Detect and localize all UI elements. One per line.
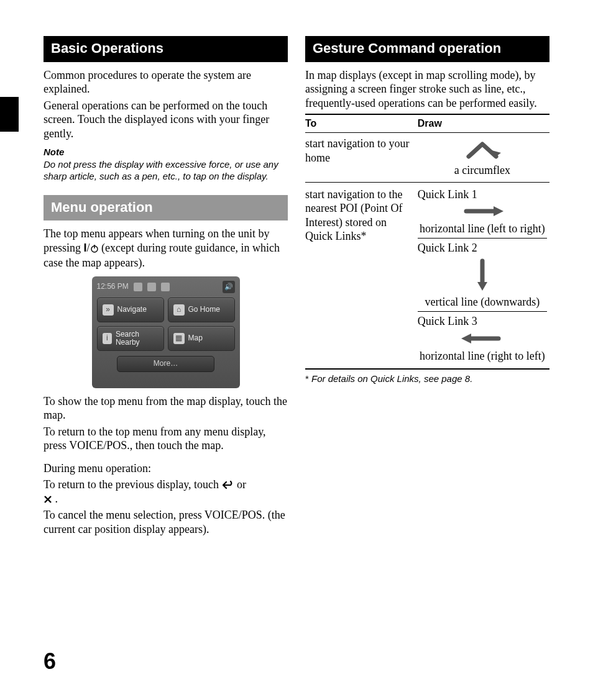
home-icon: ⌂ bbox=[173, 304, 185, 316]
btn-label: Map bbox=[188, 334, 203, 343]
note-body: Do not press the display with excessive … bbox=[44, 158, 288, 183]
gesture-label: horizontal line (left to right) bbox=[418, 222, 547, 235]
page-side-tab bbox=[0, 97, 19, 132]
cell-draw: a circumflex bbox=[418, 133, 549, 181]
body-text: In map displays (except in map scrolling… bbox=[305, 68, 549, 111]
heading-basic-operations: Basic Operations bbox=[44, 36, 288, 62]
info-icon: i bbox=[103, 333, 112, 344]
body-text: To return to the top menu from any menu … bbox=[44, 425, 288, 453]
col-draw: Draw bbox=[418, 114, 549, 133]
status-icon bbox=[147, 283, 156, 291]
circumflex-icon bbox=[457, 138, 507, 161]
status-icon bbox=[134, 283, 142, 291]
arrow-right-icon bbox=[457, 202, 507, 220]
body-text: To show the top menu from the map displa… bbox=[44, 394, 288, 422]
device-screenshot: 12:56 PM 🔊 » Navigate ⌂ Go Home bbox=[92, 276, 240, 388]
power-icon bbox=[90, 242, 99, 257]
btn-label: Navigate bbox=[117, 305, 147, 314]
body-text: To return to the previous display, touch… bbox=[44, 478, 288, 506]
cell-draw: Quick Link 1 horizontal line (left to ri… bbox=[418, 184, 549, 366]
quick-link-title: Quick Link 2 bbox=[418, 241, 547, 255]
arrow-down-icon bbox=[470, 256, 495, 293]
screenshot-more-button: More… bbox=[117, 356, 214, 372]
svg-marker-6 bbox=[494, 206, 503, 216]
arrow-left-icon bbox=[457, 330, 507, 347]
navigate-icon: » bbox=[103, 304, 114, 316]
svg-marker-8 bbox=[477, 282, 487, 291]
col-to: To bbox=[305, 114, 418, 133]
table-row: start navigation to your home a circumfl… bbox=[305, 133, 549, 181]
screenshot-gohome-button: ⌂ Go Home bbox=[168, 298, 235, 322]
close-icon bbox=[44, 493, 52, 505]
page-number: 6 bbox=[44, 647, 56, 675]
svg-marker-10 bbox=[461, 334, 471, 343]
quick-link-title: Quick Link 3 bbox=[418, 314, 547, 329]
cell-to: start navigation to the nearest POI (Poi… bbox=[305, 184, 418, 366]
footnote: For details on Quick Links, see page 8. bbox=[305, 373, 549, 385]
body-text: . bbox=[52, 493, 58, 505]
body-text: To return to the previous display, touch bbox=[44, 478, 222, 491]
body-text: To cancel the menu selection, press VOIC… bbox=[44, 508, 288, 536]
grid-icon: ▦ bbox=[173, 333, 185, 344]
right-column: Gesture Command operation In map display… bbox=[305, 36, 549, 539]
btn-label: Search Nearby bbox=[116, 330, 159, 346]
heading-menu-operation: Menu operation bbox=[44, 195, 288, 221]
gesture-label: vertical line (downwards) bbox=[418, 296, 547, 309]
speaker-icon: 🔊 bbox=[223, 281, 235, 293]
table-row: start navigation to the nearest POI (Poi… bbox=[305, 184, 549, 366]
back-icon bbox=[222, 478, 234, 491]
screenshot-navigate-button: » Navigate bbox=[97, 298, 164, 322]
body-text: The top menu appears when turning on the… bbox=[44, 227, 288, 270]
cell-to: start navigation to your home bbox=[305, 133, 418, 181]
note-label: Note bbox=[44, 147, 288, 158]
gesture-label: a circumflex bbox=[418, 164, 547, 177]
heading-gesture-command: Gesture Command operation bbox=[305, 36, 549, 62]
screenshot-time: 12:56 PM bbox=[97, 282, 129, 291]
body-text: During menu operation: bbox=[44, 461, 288, 476]
screenshot-search-button: i Search Nearby bbox=[97, 326, 164, 351]
status-icon bbox=[161, 283, 170, 291]
gesture-label: horizontal line (right to left) bbox=[418, 350, 547, 363]
btn-label: Go Home bbox=[188, 305, 220, 314]
body-text: General operations can be performed on t… bbox=[44, 99, 288, 141]
left-column: Basic Operations Common procedures to op… bbox=[44, 36, 288, 539]
body-text: Common procedures to operate the system … bbox=[44, 68, 288, 96]
body-text: or bbox=[234, 478, 247, 491]
screenshot-map-button: ▦ Map bbox=[168, 326, 235, 351]
gesture-table: To Draw start navigation to your home bbox=[305, 114, 549, 366]
quick-link-title: Quick Link 1 bbox=[418, 188, 547, 202]
